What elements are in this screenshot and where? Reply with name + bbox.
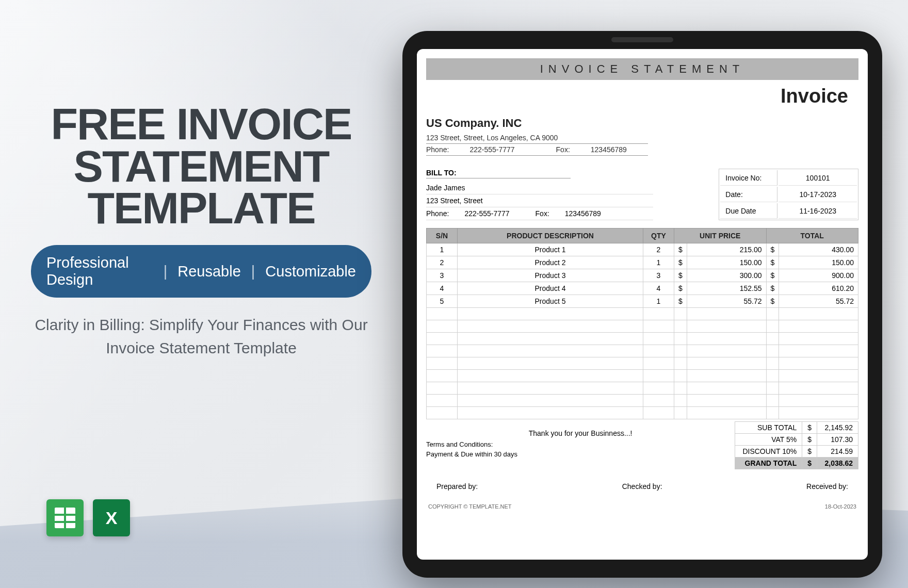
tablet-camera — [611, 37, 673, 42]
bill-name: Jade James — [426, 182, 653, 194]
sep-line: 123 Street, Street, Los Angeles, CA 9000 — [426, 132, 648, 144]
app-icons: X — [46, 499, 130, 536]
company-address: 123 Street, Street, Los Angeles, CA 9000 — [426, 132, 648, 143]
table-row-empty — [427, 333, 858, 345]
terms-block: Terms and Conditions: Payment & Due with… — [426, 440, 735, 458]
sub-val: 2,145.92 — [817, 422, 858, 434]
signatures: Prepared by: Checked by: Received by: — [426, 482, 858, 491]
company-name: US Company. INC — [426, 117, 858, 130]
phone-label: Phone: — [426, 145, 449, 154]
table-row: 2Product 21$150.00$150.00 — [427, 256, 858, 269]
pill-a: Professional Design — [46, 254, 153, 288]
copyright-date: 18-Oct-2023 — [825, 503, 856, 510]
grand-lbl: GRAND TOTAL — [735, 458, 802, 469]
th-sn: S/N — [427, 228, 458, 243]
th-unit: UNIT PRICE — [674, 228, 767, 243]
invoice-banner: INVOICE STATEMENT — [426, 58, 858, 80]
inv-due-val: 11-16-2023 — [779, 203, 857, 219]
promo-title: FREE INVOICE STATEMENT TEMPLATE — [31, 103, 371, 230]
th-qty: QTY — [643, 228, 674, 243]
copyright-footer: COPYRIGHT © TEMPLATE.NET 18-Oct-2023 — [426, 503, 858, 510]
sep-line: Phone: 222-555-7777 Fox: 123456789 — [426, 144, 648, 156]
fax-val: 123456789 — [591, 145, 627, 154]
invoice-title: Invoice — [426, 85, 848, 107]
inv-date-val: 10-17-2023 — [779, 187, 857, 202]
title-line1: FREE INVOICE — [31, 103, 371, 145]
pill-sep: | — [164, 263, 168, 280]
table-row-empty — [427, 407, 858, 419]
table-row-empty — [427, 308, 858, 320]
table-row-empty — [427, 382, 858, 395]
pill-b: Reusable — [177, 263, 241, 280]
table-row: 1Product 12$215.00$430.00 — [427, 243, 858, 256]
terms-hdr: Terms and Conditions: — [426, 440, 735, 448]
th-total: TOTAL — [766, 228, 858, 243]
excel-icon: X — [93, 499, 130, 536]
totals-table: SUB TOTAL$2,145.92 VAT 5%$107.30 DISCOUN… — [735, 421, 858, 469]
sub-lbl: SUB TOTAL — [735, 422, 802, 434]
check-by: Checked by: — [622, 482, 662, 491]
table-row-empty — [427, 345, 858, 357]
inv-date-lbl: Date: — [720, 187, 777, 202]
inv-no-val: 100101 — [779, 170, 857, 186]
tablet-frame: INVOICE STATEMENT Invoice US Company. IN… — [402, 31, 882, 578]
table-row-empty — [427, 357, 858, 370]
disc-val: 214.59 — [817, 446, 858, 458]
invoice-document: INVOICE STATEMENT Invoice US Company. IN… — [417, 49, 868, 560]
title-line2: STATEMENT TEMPLATE — [31, 145, 371, 230]
bill-to-block: BILL TO: Jade James 123 Street, Street P… — [426, 169, 653, 220]
th-desc: PRODUCT DESCRIPTION — [458, 228, 643, 243]
pill-c: Customizable — [265, 263, 356, 280]
grand-val: 2,038.62 — [817, 458, 858, 469]
inv-no-lbl: Invoice No: — [720, 170, 777, 186]
feature-pill: Professional Design | Reusable | Customi… — [31, 245, 371, 298]
google-sheets-icon — [46, 499, 84, 536]
pill-sep: | — [251, 263, 255, 280]
table-row: 5Product 51$55.72$55.72 — [427, 295, 858, 308]
bill-contact: Phone: 222-555-7777 Fox: 123456789 — [426, 207, 653, 220]
vat-val: 107.30 — [817, 434, 858, 446]
table-row-empty — [427, 320, 858, 333]
vat-lbl: VAT 5% — [735, 434, 802, 446]
disc-lbl: DISCOUNT 10% — [735, 446, 802, 458]
recv-by: Received by: — [806, 482, 848, 491]
phone-val: 222-555-7777 — [469, 145, 514, 154]
promo-panel: FREE INVOICE STATEMENT TEMPLATE Professi… — [0, 0, 402, 588]
products-table: S/N PRODUCT DESCRIPTION QTY UNIT PRICE T… — [426, 228, 858, 419]
bill-address: 123 Street, Street — [426, 194, 653, 207]
table-row: 3Product 33$300.00$900.00 — [427, 269, 858, 282]
table-row: 4Product 44$152.55$610.20 — [427, 282, 858, 295]
promo-subtitle: Clarity in Billing: Simplify Your Financ… — [31, 313, 371, 360]
fax-label: Fox: — [556, 145, 570, 154]
prep-by: Prepared by: — [436, 482, 478, 491]
terms-body: Payment & Due within 30 days — [426, 450, 735, 458]
table-row-empty — [427, 395, 858, 407]
table-row-empty — [427, 370, 858, 382]
bill-to-label: BILL TO: — [426, 169, 571, 178]
inv-due-lbl: Due Date — [720, 203, 777, 219]
company-contact: Phone: 222-555-7777 Fox: 123456789 — [426, 144, 648, 155]
invoice-meta-table: Invoice No:100101 Date:10-17-2023 Due Da… — [719, 169, 858, 220]
copyright-text: COPYRIGHT © TEMPLATE.NET — [428, 503, 512, 510]
thanks-msg: Thank you for your Businness...! — [426, 421, 735, 440]
